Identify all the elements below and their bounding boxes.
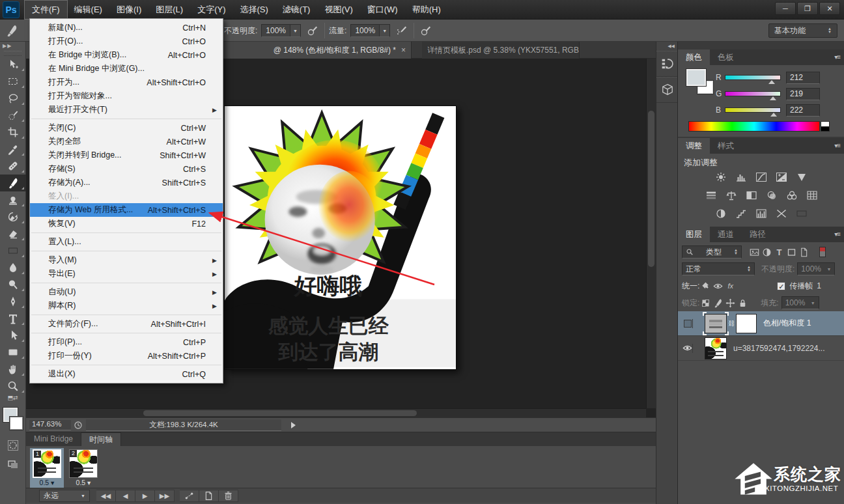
layer-filter-toggle[interactable] — [819, 247, 826, 257]
document-info[interactable]: 文档:198.3 K/264.4K — [86, 419, 281, 431]
dodge-tool[interactable] — [0, 276, 26, 293]
layer-1-name[interactable]: 色相/饱和度 1 — [763, 318, 811, 329]
color-balance-adjustment-icon[interactable] — [724, 189, 739, 202]
brush-preset-icon[interactable] — [4, 23, 20, 38]
file-menu-item-0[interactable]: 新建(N)...Ctrl+N — [30, 21, 223, 35]
filter-adjustment-layers-icon[interactable] — [761, 246, 773, 258]
menubar-item-7[interactable]: 滤镜(T) — [275, 1, 318, 19]
file-menu-item-3[interactable]: 在 Mini Bridge 中浏览(G)... — [30, 62, 223, 76]
layer-row-image[interactable]: u=3817592474,1792224... — [678, 336, 844, 361]
channel-mixer-adjustment-icon[interactable] — [784, 189, 800, 202]
properties-panel-icon[interactable] — [656, 77, 678, 103]
eraser-tool[interactable] — [0, 225, 26, 242]
file-menu-item-12[interactable]: 存储为(A)...Shift+Ctrl+S — [30, 176, 223, 189]
crop-tool[interactable] — [0, 124, 26, 141]
foreground-color-well[interactable] — [686, 69, 706, 86]
opacity-pressure-icon[interactable] — [305, 23, 320, 38]
menubar-item-8[interactable]: 视图(V) — [317, 1, 359, 19]
swap-colors-icon[interactable]: ⬒⇄ — [0, 395, 25, 404]
menubar-item-2[interactable]: 编辑(E) — [67, 1, 109, 19]
zoom-tool[interactable] — [0, 378, 26, 395]
history-brush-tool[interactable] — [0, 208, 26, 225]
frame-delay-dropdown[interactable]: 0.5 ▾ — [30, 479, 64, 486]
tab-document-2[interactable]: 详情页模板.psd @ 5.38% (YKX57551, RGB/8) * × — [422, 42, 580, 59]
gradient-map-adjustment-icon[interactable] — [794, 207, 809, 220]
posterize-adjustment-icon[interactable] — [733, 207, 749, 220]
photo-filter-adjustment-icon[interactable] — [764, 189, 780, 202]
zoom-level-field[interactable]: 147.63% — [29, 420, 71, 430]
filter-smart-object-icon[interactable] — [798, 246, 810, 258]
healing-brush-tool[interactable] — [0, 158, 26, 175]
layer-1-adjustment-thumbnail[interactable] — [705, 314, 727, 333]
exposure-adjustment-icon[interactable] — [774, 171, 789, 184]
loop-count-dropdown[interactable]: 永远▼ — [39, 490, 90, 502]
clone-stamp-tool[interactable] — [0, 191, 26, 208]
file-menu-item-4[interactable]: 打开为...Alt+Shift+Ctrl+O — [30, 76, 223, 89]
file-menu-item-22[interactable]: 自动(U)▶ — [30, 285, 223, 299]
propagate-frame-checkbox[interactable]: ✓ — [777, 282, 785, 290]
color-panel-menu-icon[interactable]: ▾≡ — [834, 53, 840, 61]
quick-selection-tool[interactable] — [0, 107, 26, 124]
curves-adjustment-icon[interactable] — [753, 171, 769, 184]
tab-mini-bridge[interactable]: Mini Bridge — [26, 432, 81, 446]
file-menu-item-15[interactable]: 恢复(V)F12 — [30, 217, 223, 231]
file-menu-item-27[interactable]: 打印(P)...Ctrl+P — [30, 335, 223, 349]
background-color-swatch[interactable] — [10, 417, 23, 430]
tab-styles[interactable]: 样式 — [710, 138, 742, 154]
adjustments-panel-menu-icon[interactable]: ▾≡ — [834, 142, 840, 149]
menubar-item-3[interactable]: 图像(I) — [109, 1, 148, 19]
canvas-document[interactable]: 好嗨哦 感觉人生已经 到达了高潮 — [224, 105, 457, 370]
fill-input[interactable]: 100%▼ — [781, 296, 819, 309]
play-button[interactable]: ▶ — [135, 490, 155, 502]
layer-2-thumbnail[interactable] — [705, 337, 727, 359]
file-menu-item-1[interactable]: 打开(O)...Ctrl+O — [30, 35, 223, 48]
lock-position-icon[interactable] — [724, 297, 737, 309]
file-menu-item-9[interactable]: 关闭全部Alt+Ctrl+W — [30, 135, 223, 148]
tween-button[interactable] — [180, 490, 199, 502]
channel-slider[interactable] — [725, 91, 781, 96]
file-menu-item-25[interactable]: 文件简介(F)...Alt+Shift+Ctrl+I — [30, 317, 223, 331]
brightness-contrast-adjustment-icon[interactable] — [713, 171, 729, 184]
layer-filter-type-dropdown[interactable]: 类型 ▲▼ — [682, 245, 742, 259]
levels-adjustment-icon[interactable] — [733, 171, 749, 184]
move-tool[interactable] — [0, 56, 26, 73]
menubar-item-1[interactable]: 文件(F) — [25, 1, 67, 19]
channel-slider[interactable] — [725, 75, 781, 80]
spectrum-black-swatch[interactable] — [821, 126, 830, 132]
menubar-item-4[interactable]: 图层(L) — [148, 1, 190, 19]
opacity-input[interactable]: 100%▼ — [261, 24, 301, 37]
vertical-scrollbar[interactable] — [646, 59, 656, 408]
file-menu-item-20[interactable]: 导出(E)▶ — [30, 267, 223, 281]
airbrush-icon[interactable] — [394, 23, 410, 38]
unify-visibility-icon[interactable] — [712, 280, 724, 292]
file-menu-item-30[interactable]: 退出(X)Ctrl+Q — [30, 367, 223, 381]
screen-mode-icon[interactable] — [0, 455, 26, 473]
file-menu-item-19[interactable]: 导入(M)▶ — [30, 253, 223, 267]
filter-image-layers-icon[interactable] — [748, 246, 761, 258]
tab-timeline[interactable]: 时间轴 — [81, 432, 121, 446]
tab-adjustments[interactable]: 调整 — [678, 138, 710, 154]
minimize-button[interactable]: ─ — [775, 2, 796, 15]
maximize-button[interactable]: ❐ — [797, 2, 818, 15]
marquee-tool[interactable] — [0, 73, 26, 90]
flow-input[interactable]: 100%▼ — [350, 24, 390, 37]
menubar-item-9[interactable]: 窗口(W) — [360, 1, 405, 19]
tab-1-close-icon[interactable]: × — [401, 46, 406, 55]
history-panel-icon[interactable] — [656, 51, 678, 77]
type-tool[interactable] — [0, 310, 26, 327]
next-frame-button[interactable]: ▶▶ — [155, 490, 175, 502]
hue-saturation-adjustment-icon[interactable] — [703, 189, 719, 202]
tab-paths[interactable]: 路径 — [742, 227, 774, 242]
size-pressure-icon[interactable] — [418, 23, 434, 38]
layer-row-adjustment[interactable]: ⛓ 色相/饱和度 1 — [678, 311, 844, 336]
layer-opacity-input[interactable]: 100%▼ — [797, 262, 835, 275]
brush-tool[interactable] — [0, 175, 26, 191]
menubar-item-5[interactable]: 文字(Y) — [190, 1, 232, 19]
tab-color[interactable]: 颜色 — [678, 49, 710, 65]
animation-frame-2[interactable]: 20.5 ▾ — [66, 448, 100, 488]
file-menu-item-23[interactable]: 脚本(R)▶ — [30, 299, 223, 313]
file-menu-item-28[interactable]: 打印一份(Y)Alt+Shift+Ctrl+P — [30, 349, 223, 363]
menubar-item-6[interactable]: 选择(S) — [232, 1, 275, 19]
filter-type-layers-icon[interactable]: T — [773, 246, 785, 258]
close-button[interactable]: ✕ — [819, 2, 840, 15]
